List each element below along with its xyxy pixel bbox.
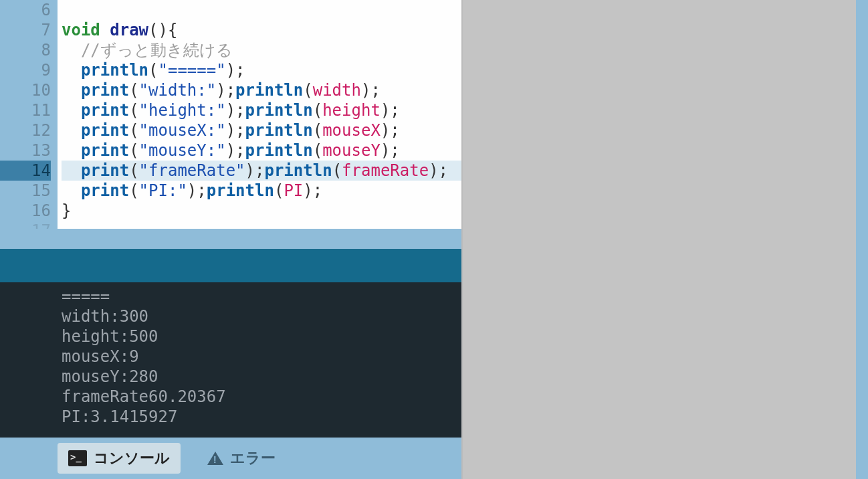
token-sym: ( bbox=[129, 101, 138, 120]
code-line[interactable]: //ずっと動き続ける bbox=[62, 40, 461, 60]
code-line[interactable]: print("mouseY:");println(mouseY); bbox=[62, 140, 461, 161]
console-line: mouseX:9 bbox=[62, 347, 461, 367]
token-call: println bbox=[245, 141, 313, 160]
tab-console-label: コンソール bbox=[94, 448, 170, 468]
line-number: 17 bbox=[0, 221, 51, 229]
token-sym: ); bbox=[245, 161, 265, 180]
token-sym: ( bbox=[313, 101, 322, 120]
divider-bar[interactable] bbox=[0, 249, 461, 282]
code-area[interactable]: void draw(){ //ずっと動き続ける println("=====")… bbox=[58, 0, 461, 229]
token-sym bbox=[62, 101, 81, 120]
token-sym: ( bbox=[332, 161, 342, 180]
token-sym: ( bbox=[129, 81, 138, 100]
console-line: frameRate60.20367 bbox=[62, 387, 461, 407]
token-sym bbox=[62, 161, 81, 180]
token-sym bbox=[62, 41, 81, 60]
token-str: "mouseY:" bbox=[139, 141, 226, 160]
token-sym bbox=[62, 181, 81, 200]
token-sym bbox=[62, 61, 81, 80]
line-number: 6 bbox=[0, 0, 51, 20]
console-line: mouseY:280 bbox=[62, 367, 461, 387]
console-line: ===== bbox=[62, 286, 461, 306]
console-wrap: =====width:300height:500mouseX:9mouseY:2… bbox=[0, 282, 461, 479]
code-line[interactable]: } bbox=[62, 201, 461, 221]
token-sym: ( bbox=[148, 61, 158, 80]
token-sym: ); bbox=[226, 141, 245, 160]
code-line[interactable]: print("PI:");println(PI); bbox=[62, 181, 461, 201]
console-output[interactable]: =====width:300height:500mouseX:9mouseY:2… bbox=[0, 282, 461, 438]
token-sym: ); bbox=[226, 61, 245, 80]
token-sym bbox=[62, 121, 81, 140]
code-line[interactable]: print("width:");println(width); bbox=[62, 80, 461, 100]
code-editor[interactable]: 67891011121314151617 void draw(){ //ずっと動… bbox=[0, 0, 461, 229]
bottom-tabbar: コンソール エラー bbox=[0, 438, 461, 479]
console-line: PI:3.1415927 bbox=[62, 407, 461, 427]
code-line[interactable] bbox=[62, 0, 461, 20]
tab-errors[interactable]: エラー bbox=[197, 443, 286, 474]
token-call: println bbox=[235, 81, 303, 100]
sketch-canvas[interactable] bbox=[463, 0, 856, 479]
token-call: print bbox=[81, 161, 129, 180]
token-sym: ); bbox=[216, 81, 235, 100]
console-line: height:500 bbox=[62, 326, 461, 347]
token-comment: //ずっと動き続ける bbox=[81, 41, 233, 60]
token-sym: ); bbox=[303, 181, 322, 200]
token-var: width bbox=[313, 81, 361, 100]
code-line[interactable]: void draw(){ bbox=[62, 20, 461, 40]
token-var: height bbox=[322, 101, 381, 120]
token-sym: ); bbox=[381, 141, 400, 160]
token-call: println bbox=[245, 101, 313, 120]
token-sym: ( bbox=[129, 181, 138, 200]
token-call: print bbox=[81, 181, 129, 200]
token-sym: } bbox=[62, 201, 71, 220]
line-number: 8 bbox=[0, 40, 51, 60]
token-str: "height:" bbox=[139, 101, 226, 120]
left-panel: 67891011121314151617 void draw(){ //ずっと動… bbox=[0, 0, 461, 479]
token-str: "PI:" bbox=[139, 181, 187, 200]
token-sym: ( bbox=[303, 81, 312, 100]
token-sym: ); bbox=[226, 101, 245, 120]
token-call: println bbox=[264, 161, 332, 180]
token-sym: ); bbox=[361, 81, 381, 100]
token-var: frameRate bbox=[342, 161, 429, 180]
token-call: print bbox=[81, 121, 129, 140]
warning-icon bbox=[207, 452, 223, 465]
token-sym: ); bbox=[187, 181, 207, 200]
token-str: "=====" bbox=[158, 61, 226, 80]
token-str: "frameRate" bbox=[139, 161, 245, 180]
token-sym: (){ bbox=[148, 21, 177, 39]
token-call: print bbox=[81, 141, 129, 160]
console-icon bbox=[68, 450, 87, 466]
token-call: println bbox=[207, 181, 274, 200]
token-sym: ); bbox=[381, 101, 400, 120]
tab-console[interactable]: コンソール bbox=[58, 443, 181, 474]
code-line[interactable]: print("frameRate");println(frameRate); bbox=[62, 161, 461, 181]
token-sym: ); bbox=[226, 121, 245, 140]
code-line[interactable]: print("height:");println(height); bbox=[62, 100, 461, 120]
code-line[interactable]: println("====="); bbox=[62, 60, 461, 80]
token-str: "width:" bbox=[139, 81, 217, 100]
editor-bottom-gap bbox=[0, 229, 461, 249]
line-number: 14 bbox=[0, 161, 51, 181]
token-call: println bbox=[245, 121, 313, 140]
line-number: 16 bbox=[0, 201, 51, 221]
code-line[interactable] bbox=[62, 221, 461, 229]
line-number: 10 bbox=[0, 80, 51, 100]
token-sym: ( bbox=[129, 121, 138, 140]
code-line[interactable]: print("mouseX:");println(mouseX); bbox=[62, 120, 461, 140]
token-call: print bbox=[81, 81, 129, 100]
token-sym: ( bbox=[274, 181, 284, 200]
token-fnname: draw bbox=[110, 21, 148, 39]
token-var: mouseX bbox=[322, 121, 381, 140]
token-sym: ); bbox=[429, 161, 448, 180]
app-root: 67891011121314151617 void draw(){ //ずっと動… bbox=[0, 0, 868, 479]
token-var: PI bbox=[284, 181, 303, 200]
token-sym bbox=[62, 81, 81, 100]
token-str: "mouseX:" bbox=[139, 121, 226, 140]
line-number: 7 bbox=[0, 20, 51, 40]
right-edge-strip bbox=[856, 0, 868, 479]
token-call: println bbox=[81, 61, 148, 80]
token-var: mouseY bbox=[322, 141, 381, 160]
token-sym: ( bbox=[129, 161, 138, 180]
line-number: 15 bbox=[0, 181, 51, 201]
